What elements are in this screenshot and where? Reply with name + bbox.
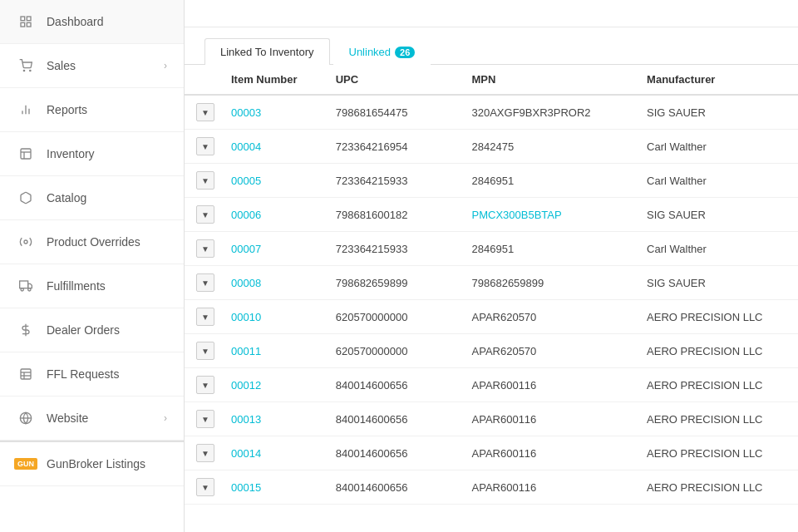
svg-rect-13 (20, 281, 28, 288)
items-table: Item Number UPC MPN Manufacturer ▼000037… (185, 65, 798, 505)
cell-mpn: APAR600116 (461, 470, 636, 505)
inventory-icon (17, 147, 35, 160)
cell-manufacturer: SIG SAUER (635, 198, 798, 232)
expand-button[interactable]: ▼ (196, 376, 214, 394)
table-row: ▼00013840014600656APAR600116AERO PRECISI… (185, 402, 798, 436)
expand-button[interactable]: ▼ (196, 410, 214, 428)
table-header: Item Number UPC MPN Manufacturer (185, 65, 798, 95)
expand-button[interactable]: ▼ (196, 239, 214, 258)
cell-upc: 620570000000 (324, 334, 461, 368)
cell-upc: 798681600182 (324, 198, 461, 232)
table-row: ▼000077233642159332846951Carl Walther (185, 232, 798, 266)
table-row: ▼00003798681654475320AXGF9BXR3PROR2SIG S… (185, 95, 798, 130)
expand-button[interactable]: ▼ (196, 308, 214, 326)
cell-item-number: 00012 (219, 368, 324, 402)
expand-button[interactable]: ▼ (196, 205, 214, 224)
sales-icon (17, 59, 35, 72)
svg-point-12 (24, 240, 27, 244)
expand-button[interactable]: ▼ (196, 137, 214, 155)
sidebar: DashboardSales›ReportsInventoryCatalogPr… (0, 0, 185, 532)
cell-item-number: 00005 (219, 164, 324, 198)
svg-rect-0 (21, 17, 25, 21)
expand-cell: ▼ (185, 95, 219, 130)
sidebar-item-sales[interactable]: Sales› (0, 44, 184, 88)
svg-point-4 (23, 70, 24, 71)
sidebar-item-label-sales: Sales (47, 59, 164, 72)
cell-upc: 840014600656 (324, 402, 461, 436)
item-number-link[interactable]: 00006 (231, 209, 261, 221)
sidebar-item-product-overrides[interactable]: Product Overrides (0, 220, 184, 264)
item-number-link[interactable]: 00008 (231, 277, 261, 289)
sidebar-item-dashboard[interactable]: Dashboard (0, 0, 184, 44)
sidebar-item-label-ffl-requests: FFL Requests (47, 367, 167, 381)
expand-button[interactable]: ▼ (196, 342, 214, 360)
sidebar-item-label-catalog: Catalog (47, 191, 167, 204)
cell-item-number: 00010 (219, 300, 324, 334)
svg-rect-1 (27, 17, 31, 21)
table-row: ▼00015840014600656APAR600116AERO PRECISI… (185, 470, 798, 505)
cell-upc: 840014600656 (324, 436, 461, 470)
col-expand (185, 65, 219, 95)
item-number-link[interactable]: 00007 (231, 243, 261, 255)
cell-mpn: 2842475 (461, 130, 636, 164)
sidebar-item-ffl-requests[interactable]: FFL Requests (0, 352, 184, 397)
item-number-link[interactable]: 00003 (231, 106, 261, 119)
expand-button[interactable]: ▼ (196, 273, 214, 292)
chevron-right-icon: › (164, 60, 167, 71)
svg-rect-9 (21, 149, 31, 159)
expand-cell: ▼ (185, 470, 219, 505)
dashboard-icon (17, 15, 35, 28)
sidebar-item-dealer-orders[interactable]: Dealer Orders (0, 308, 184, 352)
cell-upc: 840014600656 (324, 470, 461, 505)
sidebar-item-inventory[interactable]: Inventory (0, 132, 184, 176)
table-body: ▼00003798681654475320AXGF9BXR3PROR2SIG S… (185, 95, 798, 505)
cell-mpn: 798682659899 (461, 266, 636, 300)
cell-item-number: 00011 (219, 334, 324, 368)
item-number-link[interactable]: 00011 (231, 345, 261, 357)
mpn-link[interactable]: PMCX300B5BTAP (472, 209, 562, 221)
sidebar-item-website[interactable]: Website› (0, 397, 184, 441)
table-container: Item Number UPC MPN Manufacturer ▼000037… (185, 65, 798, 532)
svg-point-15 (21, 288, 23, 291)
website-icon (17, 411, 35, 425)
item-number-link[interactable]: 00004 (231, 140, 261, 153)
cell-manufacturer: AERO PRECISION LLC (635, 402, 798, 436)
expand-cell: ▼ (185, 300, 219, 334)
expand-button[interactable]: ▼ (196, 103, 214, 121)
cell-upc: 798681654475 (324, 95, 461, 130)
tabs-bar: Linked To InventoryUnlinked26 (185, 27, 798, 65)
cell-manufacturer: AERO PRECISION LLC (635, 436, 798, 470)
gunbroker-listings-icon: GUN (17, 458, 35, 470)
expand-cell: ▼ (185, 198, 219, 232)
cell-item-number: 00014 (219, 436, 324, 470)
item-number-link[interactable]: 00013 (231, 413, 261, 426)
table-row: ▼00012840014600656APAR600116AERO PRECISI… (185, 368, 798, 402)
main-header (185, 0, 798, 27)
sidebar-item-catalog[interactable]: Catalog (0, 176, 184, 220)
table-row: ▼00006798681600182PMCX300B5BTAPSIG SAUER (185, 198, 798, 232)
expand-button[interactable]: ▼ (196, 478, 214, 496)
dealer-orders-icon (17, 323, 35, 337)
cell-mpn: 2846951 (461, 164, 636, 198)
sidebar-item-gunbroker-listings[interactable]: GUNGunBroker Listings (0, 441, 184, 486)
cell-mpn: 2846951 (461, 232, 636, 266)
item-number-link[interactable]: 00010 (231, 311, 261, 323)
item-number-link[interactable]: 00005 (231, 175, 261, 187)
tab-linked[interactable]: Linked To Inventory (204, 38, 330, 65)
cell-upc: 798682659899 (324, 266, 461, 300)
item-number-link[interactable]: 00015 (231, 481, 261, 494)
col-manufacturer: Manufacturer (635, 65, 798, 95)
sidebar-item-label-inventory: Inventory (47, 147, 167, 160)
cell-manufacturer: SIG SAUER (635, 266, 798, 300)
expand-button[interactable]: ▼ (196, 444, 214, 462)
cell-item-number: 00013 (219, 402, 324, 436)
sidebar-item-reports[interactable]: Reports (0, 88, 184, 132)
sidebar-item-fulfillments[interactable]: Fulfillments (0, 264, 184, 308)
item-number-link[interactable]: 00012 (231, 379, 261, 392)
cell-mpn: APAR600116 (461, 436, 636, 470)
main-content: Linked To InventoryUnlinked26 Item Numbe… (185, 0, 798, 532)
item-number-link[interactable]: 00014 (231, 447, 261, 460)
table-row: ▼00008798682659899798682659899SIG SAUER (185, 266, 798, 300)
tab-unlinked[interactable]: Unlinked26 (333, 38, 431, 65)
expand-button[interactable]: ▼ (196, 171, 214, 190)
